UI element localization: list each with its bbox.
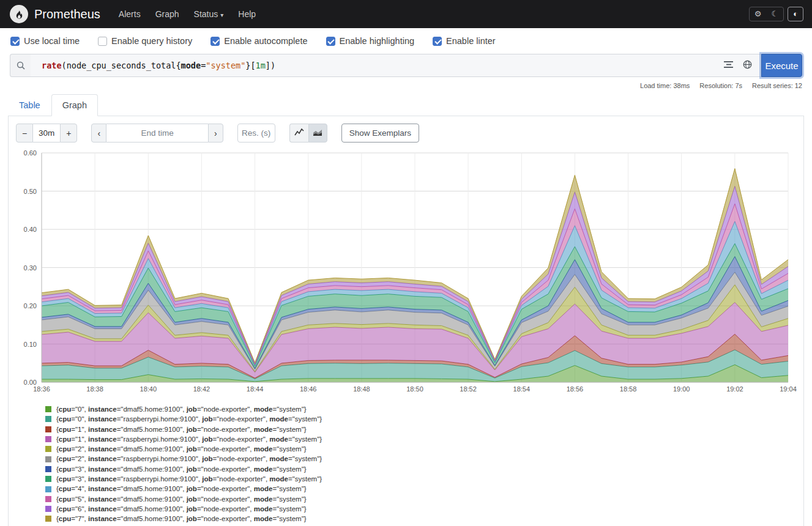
tab-graph[interactable]: Graph <box>51 94 98 116</box>
checkbox-checked[interactable] <box>210 37 220 46</box>
checkbox-checked[interactable] <box>326 37 335 46</box>
query-token-duration: 1m <box>256 61 266 70</box>
query-token-paren: ) <box>270 61 275 70</box>
metrics-explorer-globe-icon[interactable] <box>743 60 752 72</box>
option-enable-query-history[interactable]: Enable query history <box>98 36 192 46</box>
panel-tabs: TableGraph <box>8 94 804 116</box>
range-decrease-button[interactable]: − <box>16 124 33 143</box>
query-stats: Load time: 38msResolution: 7sResult seri… <box>0 77 812 89</box>
checkbox-unchecked[interactable] <box>98 37 107 46</box>
brand[interactable]: Prometheus <box>10 5 100 23</box>
svg-text:18:54: 18:54 <box>513 385 531 393</box>
settings-gear-icon[interactable]: ⚙ <box>750 7 767 21</box>
svg-text:18:48: 18:48 <box>353 385 370 393</box>
svg-text:18:52: 18:52 <box>460 385 477 393</box>
checkbox-checked[interactable] <box>10 37 20 46</box>
stat-item: Resolution: 7s <box>699 82 742 89</box>
svg-text:0.20: 0.20 <box>24 302 37 309</box>
legend-item[interactable]: {cpu="0", instance="raspberrypi.home:910… <box>45 414 797 424</box>
option-use-local-time[interactable]: Use local time <box>10 36 80 46</box>
series-color-swatch <box>45 476 51 482</box>
legend-item[interactable]: {cpu="3", instance="dmaf5.home:9100", jo… <box>45 464 797 474</box>
series-label: {cpu="6", instance="dmaf5.home:9100", jo… <box>56 504 307 514</box>
legend-item[interactable]: {cpu="1", instance="raspberrypi.home:910… <box>45 434 797 444</box>
query-token-bracket: ] <box>266 61 270 70</box>
legend-item[interactable]: {cpu="2", instance="raspberrypi.home:910… <box>45 454 797 464</box>
series-label: {cpu="0", instance="dmaf5.home:9100", jo… <box>56 404 307 414</box>
nav-link-help[interactable]: Help <box>231 4 263 24</box>
option-label: Enable linter <box>446 36 496 46</box>
option-label: Use local time <box>24 36 80 46</box>
legend-item[interactable]: {cpu="3", instance="raspberrypi.home:910… <box>45 474 797 484</box>
chart-line-icon <box>294 128 304 138</box>
range-input-group: − + <box>16 124 77 143</box>
legend-item[interactable]: {cpu="6", instance="dmaf5.home:9100", jo… <box>45 504 797 514</box>
svg-text:18:58: 18:58 <box>620 385 637 393</box>
query-token-label: mode <box>181 61 201 70</box>
svg-text:0.10: 0.10 <box>24 341 37 348</box>
legend-item[interactable]: {cpu="4", instance="dmaf5.home:9100", jo… <box>45 484 797 494</box>
legend-item[interactable]: {cpu="1", instance="dmaf5.home:9100", jo… <box>45 424 797 434</box>
stacked-graph-button[interactable] <box>308 124 327 143</box>
series-color-swatch <box>45 466 51 472</box>
query-token-paren: ( <box>62 61 67 70</box>
line-graph-button[interactable] <box>289 124 308 143</box>
series-label: {cpu="3", instance="raspberrypi.home:910… <box>56 474 322 484</box>
svg-text:18:44: 18:44 <box>247 385 264 393</box>
series-color-swatch <box>45 456 51 462</box>
query-token-metric: node_cpu_seconds_total <box>67 61 176 70</box>
nav-link-status[interactable]: Status▾ <box>187 4 231 24</box>
query-token-function: rate <box>42 61 62 70</box>
legend-item[interactable]: {cpu="0", instance="dmaf5.home:9100", jo… <box>45 404 797 414</box>
option-enable-autocomplete[interactable]: Enable autocomplete <box>210 36 307 46</box>
nav-link-alerts[interactable]: Alerts <box>111 4 148 24</box>
theme-contrast-icon[interactable]: ◐ <box>788 7 803 21</box>
chevron-down-icon: ▾ <box>220 12 223 18</box>
theme-controls: ⚙ ☾ ◐ <box>749 7 803 21</box>
svg-text:18:50: 18:50 <box>406 385 423 393</box>
option-label: Enable autocomplete <box>224 36 307 46</box>
top-navbar: Prometheus AlertsGraphStatus▾Help ⚙ ☾ ◐ <box>0 0 812 28</box>
time-forward-button[interactable]: › <box>208 124 223 143</box>
svg-text:0.60: 0.60 <box>24 149 37 157</box>
svg-text:18:46: 18:46 <box>300 385 317 393</box>
nav-link-graph[interactable]: Graph <box>148 4 187 24</box>
end-time-input[interactable] <box>106 124 208 143</box>
svg-text:18:56: 18:56 <box>567 385 584 393</box>
series-label: {cpu="1", instance="dmaf5.home:9100", jo… <box>56 424 307 434</box>
query-token-bracket: [ <box>250 61 255 70</box>
range-increase-button[interactable]: + <box>60 124 77 143</box>
format-expression-icon[interactable] <box>724 60 734 71</box>
series-label: {cpu="7", instance="dmaf5.home:9100", jo… <box>56 514 307 524</box>
query-expression-input[interactable]: rate(node_cpu_seconds_total{mode="system… <box>31 54 715 77</box>
series-color-swatch <box>45 516 51 522</box>
query-token-brace: } <box>245 61 250 70</box>
resolution-input[interactable] <box>237 124 275 143</box>
series-label: {cpu="3", instance="dmaf5.home:9100", jo… <box>56 464 307 474</box>
legend-item[interactable]: {cpu="7", instance="dmaf5.home:9100", jo… <box>45 514 797 524</box>
graph-controls: − + ‹ › <box>15 121 797 147</box>
legend-item[interactable]: {cpu="5", instance="dmaf5.home:9100", jo… <box>45 494 797 504</box>
time-back-button[interactable]: ‹ <box>91 124 106 143</box>
series-color-swatch <box>45 446 51 452</box>
query-token-brace: { <box>176 61 181 70</box>
options-row: Use local timeEnable query historyEnable… <box>0 28 812 53</box>
checkbox-checked[interactable] <box>433 37 442 46</box>
series-label: {cpu="4", instance="dmaf5.home:9100", jo… <box>56 484 307 494</box>
range-input[interactable] <box>33 124 60 143</box>
show-exemplars-button[interactable]: Show Exemplars <box>341 124 419 143</box>
svg-text:19:02: 19:02 <box>726 385 743 393</box>
legend-item[interactable]: {cpu="2", instance="dmaf5.home:9100", jo… <box>45 444 797 454</box>
svg-text:19:04: 19:04 <box>780 385 797 393</box>
option-enable-highlighting[interactable]: Enable highlighting <box>326 36 415 46</box>
option-enable-linter[interactable]: Enable linter <box>433 36 496 46</box>
query-input-icons <box>715 54 761 77</box>
tab-table[interactable]: Table <box>8 94 51 116</box>
stat-item: Result series: 12 <box>752 82 802 89</box>
svg-text:0.40: 0.40 <box>24 226 37 233</box>
graph-chart[interactable]: 0.000.100.200.300.400.500.6018:3618:3818… <box>15 149 797 394</box>
dark-mode-moon-icon[interactable]: ☾ <box>766 7 783 21</box>
execute-button[interactable]: Execute <box>761 54 802 77</box>
stacked-area-chart-svg: 0.000.100.200.300.400.500.6018:3618:3818… <box>15 149 797 394</box>
nav-links: AlertsGraphStatus▾Help <box>111 4 263 24</box>
